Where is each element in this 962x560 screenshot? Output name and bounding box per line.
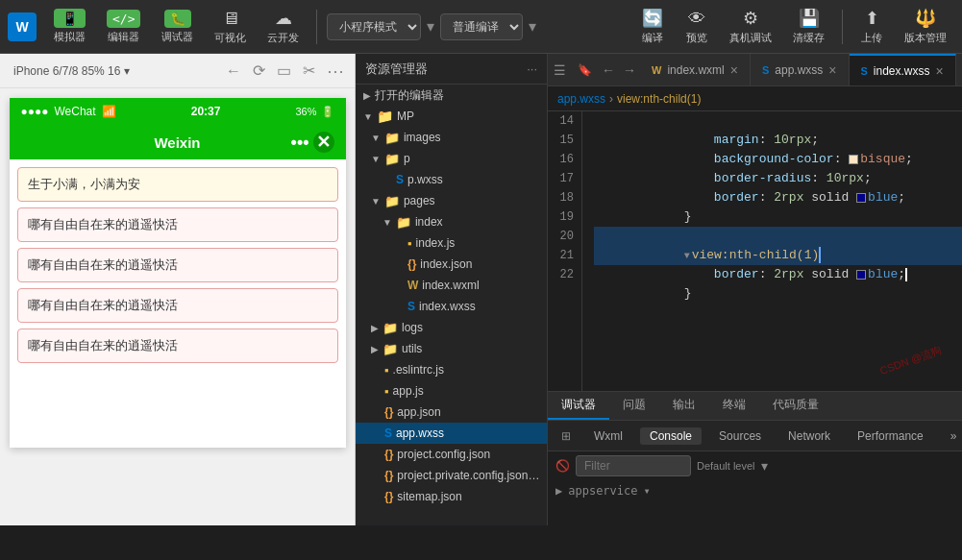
cloud-button[interactable]: ☁ 云开发 bbox=[259, 6, 307, 47]
eslintrc-icon: ▪ bbox=[384, 363, 389, 377]
folder-utils[interactable]: ▶ 📁 utils bbox=[356, 338, 547, 359]
sub-tab-sources[interactable]: Sources bbox=[709, 427, 771, 445]
bookmark-icon[interactable]: 🔖 bbox=[572, 63, 598, 77]
default-level-label: Default level bbox=[697, 460, 755, 472]
upload-button[interactable]: ⬆ 上传 bbox=[852, 6, 891, 47]
options-icon[interactable]: ⋯ bbox=[327, 61, 344, 82]
real-debug-button[interactable]: ⚙ 真机调试 bbox=[722, 6, 779, 47]
code-area[interactable]: 14 15 16 17 18 19 20 21 22 margin: 10rpx… bbox=[548, 111, 962, 391]
cut-icon[interactable]: ✂ bbox=[303, 61, 315, 80]
folder-images[interactable]: ▼ 📁 images bbox=[356, 127, 547, 148]
phone-content: 生于小满，小满为安 哪有自由自在来的逍遥快活 哪有自由自在来的逍遥快活 哪有自由… bbox=[10, 159, 346, 448]
device-frame-icon[interactable]: ▭ bbox=[277, 61, 291, 80]
tab-index-wxss[interactable]: S index.wxss × bbox=[850, 54, 956, 85]
images-label: images bbox=[404, 131, 441, 144]
filter-icon[interactable]: 🚫 bbox=[555, 459, 570, 473]
compile-select[interactable]: 普通编译 bbox=[440, 13, 523, 40]
tab-app-wxss[interactable]: S app.wxss × bbox=[751, 54, 850, 85]
filetree-more-icon[interactable]: ··· bbox=[527, 61, 537, 76]
file-project-config[interactable]: {} project.config.json bbox=[356, 444, 547, 465]
reload-icon[interactable]: ⟳ bbox=[253, 61, 265, 80]
nav-forward-button[interactable]: → bbox=[619, 61, 640, 80]
index-wxss-tab-icon: S bbox=[861, 65, 868, 77]
bottom-tab-terminal[interactable]: 终端 bbox=[709, 392, 759, 420]
device-selector[interactable]: iPhone 6/7/8 85% 16 ▾ bbox=[8, 61, 136, 81]
simulator-button[interactable]: 📱 模拟器 bbox=[46, 7, 93, 46]
bottom-tab-debugger[interactable]: 调试器 bbox=[548, 392, 609, 420]
sub-tab-network[interactable]: Network bbox=[778, 427, 840, 445]
app-wxss-icon: S bbox=[384, 426, 392, 440]
filter-input[interactable] bbox=[576, 455, 691, 476]
version-button[interactable]: 🔱 版本管理 bbox=[897, 6, 954, 47]
console-dropdown[interactable]: ▾ bbox=[643, 484, 650, 498]
bottom-input-row: 🚫 Default level ▾ bbox=[548, 451, 962, 480]
file-index-js[interactable]: ▪ index.js bbox=[356, 232, 547, 254]
bottom-tab-output[interactable]: 输出 bbox=[659, 392, 709, 420]
open-editors-arrow: ▶ bbox=[363, 90, 371, 101]
editor-button[interactable]: </> 编辑器 bbox=[99, 8, 148, 46]
folder-pages[interactable]: ▼ 📁 pages bbox=[356, 190, 547, 211]
file-index-wxss[interactable]: S index.wxss bbox=[356, 296, 547, 317]
index-wxss-label: index.wxss bbox=[419, 300, 476, 313]
index-json-label: index.json bbox=[420, 257, 472, 271]
sub-tab-wxml[interactable]: Wxml bbox=[584, 427, 632, 445]
compile-button[interactable]: 🔄 编译 bbox=[633, 6, 672, 47]
bottom-tab-quality[interactable]: 代码质量 bbox=[759, 392, 832, 420]
breadcrumb-path[interactable]: app.wxss bbox=[557, 92, 605, 106]
file-app-wxss[interactable]: S app.wxss bbox=[356, 423, 547, 444]
breadcrumb-selector[interactable]: view:nth-child(1) bbox=[617, 92, 701, 106]
clear-cache-button[interactable]: 💾 清缓存 bbox=[785, 6, 832, 47]
app-wxss-tab-close[interactable]: × bbox=[828, 62, 836, 78]
folder-logs[interactable]: ▶ 📁 logs bbox=[356, 317, 547, 338]
nav-back-button[interactable]: ← bbox=[598, 61, 619, 80]
fold-icon[interactable]: ☰ bbox=[548, 62, 572, 78]
upload-label: 上传 bbox=[861, 31, 882, 45]
root-folder-icon: 📁 bbox=[377, 109, 393, 124]
bottom-tab-issues[interactable]: 问题 bbox=[609, 392, 659, 420]
open-editors-section[interactable]: ▶ 打开的编辑器 bbox=[356, 85, 547, 106]
sub-tab-performance[interactable]: Performance bbox=[848, 427, 933, 445]
tab-index-wxml[interactable]: W index.wxml × bbox=[640, 54, 751, 85]
nav-dots: ••• ✕ bbox=[291, 132, 334, 153]
code-content[interactable]: margin: 10rpx; background-color: bisque;… bbox=[582, 111, 962, 391]
index-wxml-label: index.wxml bbox=[422, 279, 479, 292]
file-app-js[interactable]: ▪ app.js bbox=[356, 380, 547, 402]
list-item-2: 哪有自由自在来的逍遥快活 bbox=[17, 248, 338, 282]
sitemap-label: sitemap.json bbox=[397, 490, 461, 503]
index-json-icon: {} bbox=[407, 257, 416, 271]
file-app-json[interactable]: {} app.json bbox=[356, 402, 547, 423]
root-folder[interactable]: ▼ 📁 MP bbox=[356, 106, 547, 127]
app-js-label: app.js bbox=[393, 384, 424, 398]
file-index-json[interactable]: {} index.json bbox=[356, 254, 547, 275]
editor-breadcrumb: app.wxss › view:nth-child(1) bbox=[548, 86, 962, 111]
visualize-button[interactable]: 🖥 可视化 bbox=[207, 7, 254, 47]
index-js-label: index.js bbox=[416, 236, 456, 250]
sub-tab-more[interactable]: » bbox=[941, 427, 962, 445]
folder-p[interactable]: ▼ 📁 p bbox=[356, 148, 547, 169]
file-eslintrc[interactable]: ▪ .eslintrc.js bbox=[356, 359, 547, 380]
preview-label: 预览 bbox=[686, 31, 707, 45]
file-p-wxss[interactable]: S p.wxss bbox=[356, 169, 547, 190]
back-icon[interactable]: ← bbox=[226, 62, 241, 80]
file-index-wxml[interactable]: W index.wxml bbox=[356, 275, 547, 296]
list-item-3: 哪有自由自在来的逍遥快活 bbox=[17, 288, 338, 323]
preview-button[interactable]: 👁 预览 bbox=[678, 7, 716, 47]
file-sitemap[interactable]: {} sitemap.json bbox=[356, 486, 547, 507]
status-left: ●●●● WeChat 📶 bbox=[21, 105, 116, 118]
nav-menu-icon[interactable]: ••• bbox=[291, 133, 309, 153]
mode-select[interactable]: 小程序模式 bbox=[327, 13, 421, 40]
folder-index[interactable]: ▼ 📁 index bbox=[356, 211, 547, 232]
nav-close-icon[interactable]: ✕ bbox=[313, 132, 334, 153]
sub-tab-console[interactable]: Console bbox=[640, 427, 702, 445]
divider-1 bbox=[316, 10, 317, 44]
status-dots: ●●●● bbox=[21, 105, 49, 118]
file-project-private[interactable]: {} project.private.config.json… bbox=[356, 465, 547, 486]
root-arrow: ▼ bbox=[363, 111, 373, 122]
bottom-tabs: 调试器 问题 输出 终端 代码质量 bbox=[548, 392, 962, 421]
debugger-button[interactable]: 🐛 调试器 bbox=[154, 8, 201, 46]
index-wxss-tab-close[interactable]: × bbox=[936, 63, 944, 79]
wxml-tab-close[interactable]: × bbox=[730, 62, 738, 78]
chevron-down-icon[interactable]: ▾ bbox=[761, 458, 768, 474]
appservice-label: appservice bbox=[568, 484, 637, 498]
sub-tab-icons[interactable]: ⊞ bbox=[555, 427, 577, 445]
